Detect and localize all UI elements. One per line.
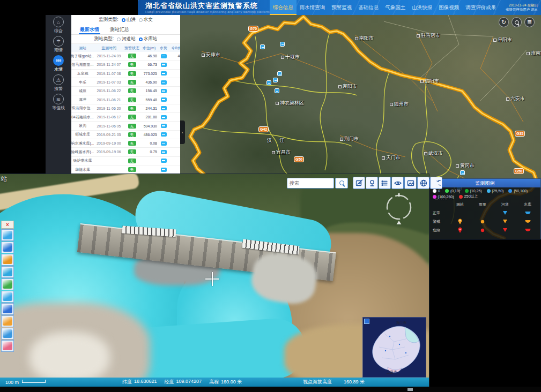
station-data-panel: 监测类型:山洪水文 最新水情测站汇总 测站类型:河道站水库站 测站监测时间预警状… <box>71 15 180 174</box>
water-station-marker[interactable] <box>266 80 271 85</box>
table-row[interactable]: 84花艳狼水...2019-11-06 17无281.88 <box>71 113 180 122</box>
table-row[interactable]: 潭冲2019-11-06 21无559.48 <box>71 95 180 104</box>
radio-option[interactable]: 河道站 <box>117 36 136 42</box>
legend-label: (0,10] <box>450 189 460 193</box>
eye-button[interactable] <box>391 177 404 189</box>
whirlpool-tool[interactable] <box>1 242 14 253</box>
layers-tool[interactable]: ≣ <box>524 17 535 27</box>
viewshed-tool[interactable] <box>1 328 14 340</box>
table-row[interactable]: 郁城水库2019-09-21 05无486.025 <box>71 131 180 139</box>
radio-option[interactable]: 山洪 <box>122 17 136 23</box>
water-level: 773.025 <box>140 72 158 76</box>
radio-option[interactable]: 水文 <box>139 17 153 23</box>
table-row[interactable]: 梅子垭gps站...2019-11-24 09无46.9846.99 <box>71 52 180 61</box>
water-station-marker[interactable] <box>275 88 279 93</box>
draw-chart-button[interactable] <box>353 177 365 189</box>
label-text: 随州市 <box>394 101 409 108</box>
viewer-3d-window[interactable]: 站 × <box>0 174 429 387</box>
table-row[interactable]: 玉皇观2019-11-07 08无773.025 <box>71 70 180 78</box>
viewer-toolbar <box>353 177 442 189</box>
search-input[interactable] <box>287 178 334 189</box>
crosshair-icon <box>212 272 213 286</box>
sidebar-item-4[interactable]: ⚠预警 <box>46 73 71 92</box>
table-row[interactable]: 落马湖雨量...2019-11-24 07无66.73 <box>71 61 180 69</box>
rainfall-tool[interactable] <box>1 229 14 241</box>
nav-item-4[interactable]: 基础信息 <box>355 0 382 15</box>
water-station-marker[interactable] <box>273 78 278 82</box>
warning-tool-icon <box>3 342 12 350</box>
water-level: 244.31 <box>140 107 158 110</box>
status-badge: 无 <box>128 159 136 163</box>
sidebar-item-1[interactable]: ⌂综合 <box>46 15 71 34</box>
legend-dot <box>487 189 491 193</box>
compass[interactable] <box>383 193 414 226</box>
top-nav: 综合信息雨水情查询预警监视基础信息气象国土山洪快报图像视频调查评价成果 <box>270 0 500 15</box>
sediment-tool[interactable] <box>1 315 14 327</box>
camera-button[interactable] <box>366 177 378 189</box>
wave-grid-tool[interactable] <box>1 266 14 278</box>
draw-chart-icon <box>355 179 364 187</box>
inset-expand-button[interactable] <box>364 319 369 324</box>
sidebar-item-label: 水情 <box>54 66 63 72</box>
water-station-marker[interactable] <box>280 42 285 47</box>
sidebar-item-5[interactable]: ≋等值线 <box>46 92 71 111</box>
typhoon-tool[interactable] <box>1 254 14 266</box>
table-row[interactable]: 泉沟2019-11-06 05无594.930 <box>71 122 180 130</box>
search-tool[interactable] <box>512 17 522 27</box>
table-row[interactable]: 城坝2019-11-06 22无156.45 <box>71 87 180 95</box>
header-user[interactable]: 省级管理员用户 退出 <box>499 7 538 12</box>
nav-item-8[interactable]: 调查评价成果 <box>462 0 499 15</box>
search-button[interactable] <box>335 178 348 189</box>
legend-half-icon <box>516 209 539 216</box>
nav-item-1[interactable]: 综合信息 <box>270 0 297 15</box>
sidebar-item-2[interactable]: ☂雨情 <box>46 34 71 54</box>
nav-item-6[interactable]: 山洪快报 <box>409 0 435 15</box>
flood-area-tool[interactable] <box>1 303 14 315</box>
water-station-marker[interactable] <box>277 71 282 76</box>
legend-row-label: 危险 <box>433 227 449 233</box>
vortex-gauge-tool[interactable] <box>1 278 14 290</box>
table-row[interactable]: 铁炉垄水库无 <box>71 157 180 165</box>
label-text: 驻马店市 <box>421 32 440 39</box>
nav-item-5[interactable]: 气象国土 <box>382 0 409 15</box>
status-badge: 无 <box>128 54 136 58</box>
legend-titlebar[interactable]: 监测图例 <box>429 179 540 187</box>
status-badge: 无 <box>128 62 136 67</box>
tab-1[interactable]: 最新水情 <box>79 25 100 34</box>
overview-map[interactable]: 海口市 三亚市 <box>362 317 426 378</box>
list-button[interactable] <box>379 177 391 189</box>
table-row[interactable]: 珠沿湖水位...2019-11-06 20无244.31 <box>71 104 180 113</box>
globe-button[interactable] <box>417 177 429 189</box>
table-row[interactable]: 险峰露水库(...2019-09-19 06无0.75 <box>71 148 180 156</box>
nav-item-2[interactable]: 雨水情查询 <box>297 0 329 15</box>
city-icon <box>420 80 424 83</box>
radio-label: 水库站 <box>144 36 158 42</box>
water-station-marker[interactable] <box>460 170 465 175</box>
panel-collapse-handle[interactable]: ‹ <box>180 120 185 144</box>
close-icon[interactable]: × <box>1 221 14 229</box>
typhoon-tool-icon <box>3 255 12 264</box>
label-text: 安康市 <box>206 51 220 58</box>
warning-status: 无 <box>124 97 140 102</box>
eye-icon <box>394 179 402 187</box>
snapshot-button[interactable] <box>404 177 417 189</box>
sidebar-item-3[interactable]: 888水情 <box>46 54 71 73</box>
column-header: 监测时间 <box>94 46 124 51</box>
nav-item-7[interactable]: 图像视频 <box>435 0 462 15</box>
rotate-tool[interactable]: ↻ <box>499 17 509 27</box>
station-name: 华能水库 <box>71 167 94 172</box>
sidebar-item-label: 预警 <box>54 86 63 92</box>
splash-tool-icon <box>3 292 12 301</box>
table-row[interactable]: 华能水库无 <box>71 165 180 174</box>
warning-tool[interactable] <box>1 340 14 352</box>
tab-2[interactable]: 测站汇总 <box>109 25 130 34</box>
legend-dot <box>508 189 512 193</box>
radio-option[interactable]: 水库站 <box>139 36 158 42</box>
table-row[interactable]: 响水滩水库(...2019-09-19 00无0.08 <box>71 139 180 148</box>
splash-tool[interactable] <box>1 291 14 303</box>
undo-button[interactable] <box>430 177 442 189</box>
app-sidebar: ⌂综合☂雨情888水情⚠预警≋等值线 <box>46 15 71 174</box>
table-row[interactable]: 牛乐2019-11-07 03无436.90 <box>71 78 180 87</box>
nav-item-3[interactable]: 预警监视 <box>328 0 355 15</box>
water-station-marker[interactable] <box>260 44 265 49</box>
